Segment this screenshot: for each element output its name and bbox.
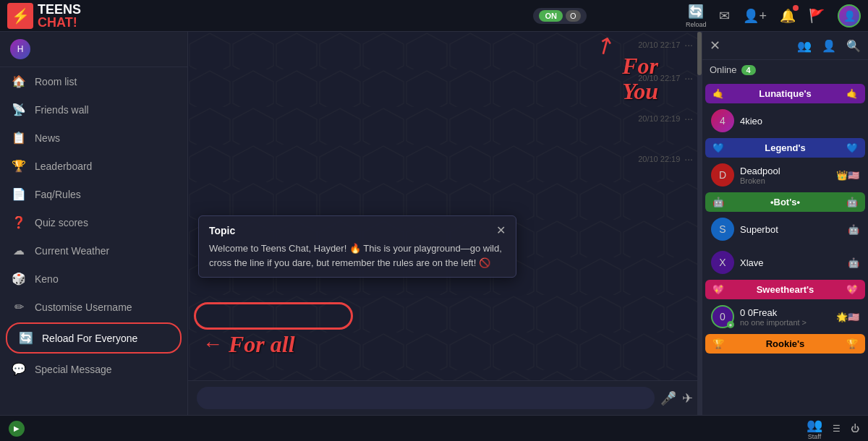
msg-time-1: 20/10 22:17	[638, 40, 680, 49]
00freak-info: 0 0Freak no one important >	[740, 307, 830, 327]
chat-message-4: 20/10 22:19 ···	[197, 153, 693, 165]
app-logo[interactable]: ⚡ TEENSCHAT!	[7, 3, 81, 29]
right-panel: ✕ 👥 👤 🔍 Online 4 🤙 Lunatique's 🤙 4	[702, 32, 868, 415]
toggle-on-label[interactable]: ON	[539, 10, 563, 22]
lunatiques-badge-right: 🤙	[846, 88, 858, 99]
send-icon[interactable]: ✈	[682, 390, 693, 406]
settings-button[interactable]: ☰	[833, 424, 841, 434]
microphone-icon[interactable]: 🎤	[660, 390, 676, 406]
topbar-actions: 🔄 Reload ✉ 👤+ 🔔 🚩 👤	[686, 4, 861, 28]
main-layout: H 🏠 Room list 📡 Friends wall 📋 News 🏆 Le…	[0, 32, 868, 415]
deadpool-badges: 👑🇺🇸	[836, 170, 859, 181]
news-icon: 📋	[12, 131, 26, 145]
right-panel-close[interactable]: ✕	[710, 38, 720, 53]
msg-options-1[interactable]: ···	[684, 39, 693, 51]
sidebar-item-news[interactable]: 📋 News	[0, 124, 187, 152]
00freak-badges: 🌟🇺🇸	[836, 312, 859, 322]
user-xlave[interactable]: X Xlave 🤖	[705, 247, 865, 278]
room-rookies[interactable]: 🏆 Rookie's 🏆	[705, 334, 865, 354]
msg-options-3[interactable]: ···	[684, 113, 693, 124]
chat-input[interactable]	[197, 387, 655, 409]
sidebar-item-keno[interactable]: 🎲 Keno	[0, 265, 187, 293]
topic-header: Topic ✕	[209, 223, 506, 237]
sidebar-item-customise-username[interactable]: ✏ Customise Username	[0, 293, 187, 321]
mail-button[interactable]: ✉	[719, 8, 730, 24]
flag-button[interactable]: 🚩	[809, 8, 825, 24]
power-icon: ⏻	[851, 424, 859, 434]
add-user-button[interactable]: 👤+	[743, 8, 767, 24]
flag-icon: 🚩	[809, 8, 825, 24]
user-4kieo[interactable]: 4 4kieo	[705, 105, 865, 137]
sweethearts-badge-right: 💖	[846, 284, 858, 295]
msg-time-3: 20/10 22:19	[638, 114, 680, 123]
user-superbot[interactable]: S Superbot 🤖	[705, 213, 865, 245]
rookies-badge-right: 🏆	[846, 338, 858, 349]
sidebar-item-leaderboard[interactable]: 🏆 Leaderboard	[0, 152, 187, 180]
deadpool-info: Deadpool Broken	[740, 166, 830, 185]
sidebar-item-faq-rules[interactable]: 📄 Faq/Rules	[0, 180, 187, 208]
chat-messages: 20/10 22:17 ··· 20/10 22:17 ··· 20/10 22…	[188, 32, 702, 380]
sidebar-item-reload-everyone[interactable]: 🔄 Reload For Everyone	[6, 322, 182, 354]
chat-input-bar: 🎤 ✈	[188, 380, 702, 415]
room-sweethearts[interactable]: 💖 Sweetheart's 💖	[705, 280, 865, 299]
deadpool-avatar: D	[711, 163, 734, 187]
toggle-off-label[interactable]: O	[566, 10, 581, 22]
special-msg-icon: 💬	[12, 362, 26, 376]
reload-label: Reload	[686, 21, 707, 28]
toggle-switch[interactable]: ON O	[533, 8, 586, 24]
notifications-button[interactable]: 🔔	[780, 8, 796, 24]
sidebar-item-friends-wall[interactable]: 📡 Friends wall	[0, 95, 187, 124]
msg-time-4: 20/10 22:19	[638, 155, 680, 163]
chat-message-3: 20/10 22:19 ···	[197, 113, 693, 124]
mail-icon: ✉	[719, 8, 730, 24]
logo-icon: ⚡	[7, 3, 33, 29]
room-legends[interactable]: 💙 Legend's 💙	[705, 138, 865, 158]
sidebar-user: H	[0, 32, 187, 67]
user-list: 🤙 Lunatique's 🤙 4 4kieo 💙 Legend's 💙 D	[702, 80, 868, 415]
chat-message-1: 20/10 22:17 ···	[197, 39, 693, 51]
nav-reload-everyone-label: Reload For Everyone	[42, 333, 137, 344]
group-icon[interactable]: 👥	[797, 39, 812, 53]
user-deadpool[interactable]: D Deadpool Broken 👑🇺🇸	[705, 159, 865, 191]
sidebar-user-avatar: H	[10, 39, 30, 59]
leaderboard-icon: 🏆	[12, 159, 26, 173]
sidebar-item-room-list[interactable]: 🏠 Room list	[0, 67, 187, 95]
chat-scrollbar[interactable]	[697, 32, 702, 415]
room-bots[interactable]: 🤖 •Bot's• 🤖	[705, 192, 865, 212]
msg-time-2: 20/10 22:17	[638, 74, 680, 82]
power-button[interactable]: ⏻	[851, 424, 859, 434]
xlave-badges: 🤖	[848, 257, 859, 268]
staff-icon: 👥	[807, 417, 822, 433]
topic-close-button[interactable]: ✕	[496, 223, 506, 237]
sidebar-item-special-message[interactable]: 💬 Special Message	[0, 355, 187, 383]
right-panel-actions: 👥 👤 🔍	[797, 39, 861, 53]
user-avatar[interactable]: 👤	[838, 4, 861, 27]
search-icon[interactable]: 🔍	[846, 39, 861, 53]
4kieo-info: 4kieo	[740, 116, 859, 127]
nav-customise-label: Customise Username	[35, 301, 132, 313]
lunatiques-badge-left: 🤙	[712, 88, 724, 99]
customise-icon: ✏	[12, 300, 26, 314]
home-icon: 🏠	[12, 74, 26, 88]
msg-options-4[interactable]: ···	[684, 153, 693, 165]
chat-scroll-thumb[interactable]	[697, 32, 702, 75]
add-user-icon: 👤+	[743, 8, 767, 24]
reload-button[interactable]: 🔄 Reload	[686, 4, 707, 28]
sidebar-item-current-weather[interactable]: ☁ Current Weather	[0, 236, 187, 265]
topic-title: Topic	[209, 225, 235, 236]
lunatiques-name: Lunatique's	[759, 88, 811, 99]
msg-options-2[interactable]: ···	[684, 72, 693, 84]
weather-icon: ☁	[12, 244, 26, 257]
faq-icon: 📄	[12, 187, 26, 201]
legends-badge-left: 💙	[712, 142, 724, 153]
user-00freak[interactable]: 0 ● 0 0Freak no one important > 🌟🇺🇸	[705, 301, 865, 333]
keno-icon: 🎲	[12, 272, 26, 286]
sidebar-item-quiz-scores[interactable]: ❓ Quiz scores	[0, 208, 187, 236]
person-icon[interactable]: 👤	[822, 39, 836, 53]
room-lunatiques[interactable]: 🤙 Lunatique's 🤙	[705, 84, 865, 103]
chat-message-2: 20/10 22:17 ···	[197, 72, 693, 84]
staff-button[interactable]: 👥 Staff	[807, 417, 822, 440]
online-label: Online 4	[702, 60, 868, 80]
play-button[interactable]: ▶	[9, 421, 25, 437]
topic-popup: Topic ✕ Welcome to Teens Chat, Hayder! 🔥…	[198, 215, 516, 278]
